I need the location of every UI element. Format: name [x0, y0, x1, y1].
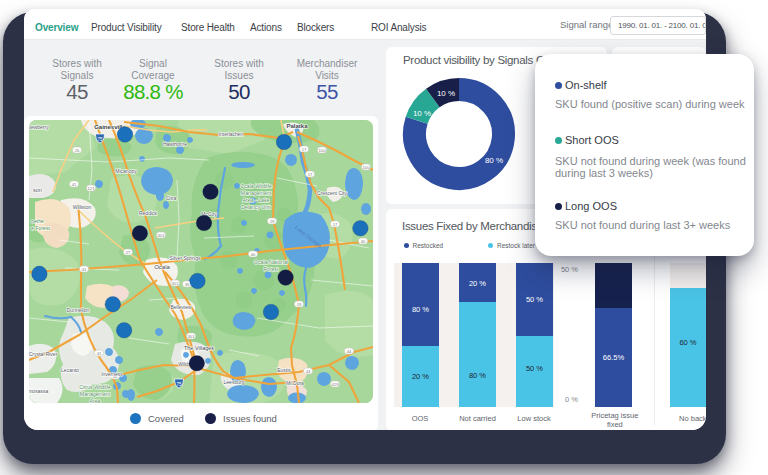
svg-text:Williston: Williston — [73, 204, 92, 210]
svg-text:75: 75 — [97, 137, 103, 142]
svg-text:Dunnellon: Dunnellon — [67, 307, 90, 313]
svg-text:Ocala National: Ocala National — [254, 259, 288, 265]
svg-text:41: 41 — [72, 182, 77, 187]
svg-text:121: 121 — [88, 186, 96, 191]
svg-text:Ocala Wildlife: Ocala Wildlife — [240, 183, 272, 189]
svg-text:40: 40 — [361, 239, 366, 244]
svg-text:429: 429 — [332, 382, 340, 387]
svg-text:17: 17 — [302, 147, 307, 152]
svg-text:17: 17 — [308, 172, 313, 177]
svg-text:Belleview: Belleview — [170, 304, 192, 310]
svg-text:Crystal River: Crystal River — [29, 351, 58, 357]
svg-text:Reddick: Reddick — [139, 210, 158, 216]
svg-text:35: 35 — [185, 282, 190, 287]
svg-text:Hawthorne: Hawthorne — [163, 141, 187, 147]
svg-text:75: 75 — [176, 382, 182, 387]
svg-text:Eustis: Eustis — [277, 367, 291, 373]
svg-text:10 %: 10 % — [437, 89, 455, 98]
svg-text:Lecanto: Lecanto — [61, 367, 79, 373]
svg-text:Inverness: Inverness — [101, 371, 123, 377]
svg-text:301: 301 — [172, 281, 180, 286]
svg-text:Newberry: Newberry — [29, 124, 49, 130]
svg-text:100: 100 — [363, 165, 371, 170]
svg-text:son: son — [33, 187, 42, 193]
svg-text:Palatka: Palatka — [286, 123, 308, 129]
svg-text:17: 17 — [333, 222, 338, 227]
svg-text:e Forest: e Forest — [31, 225, 51, 231]
svg-text:10 %: 10 % — [413, 109, 431, 118]
svg-text:Homosassa: Homosassa — [29, 388, 48, 394]
svg-text:Area - Lake: Area - Lake — [243, 197, 270, 203]
svg-text:301: 301 — [188, 334, 196, 339]
svg-text:19: 19 — [297, 302, 302, 307]
svg-text:26: 26 — [75, 148, 80, 153]
svg-text:80 %: 80 % — [485, 156, 503, 165]
svg-text:Mt Dora: Mt Dora — [286, 380, 304, 386]
svg-text:The Villages: The Villages — [184, 345, 214, 351]
svg-text:Management: Management — [241, 190, 272, 196]
svg-text:44: 44 — [306, 369, 311, 374]
svg-text:Citrus Wildlife: Citrus Wildlife — [79, 384, 111, 390]
svg-text:41: 41 — [82, 267, 87, 272]
svg-text:301: 301 — [158, 233, 166, 238]
svg-text:Management: Management — [80, 391, 111, 397]
svg-text:Interlachen: Interlachen — [219, 131, 244, 137]
svg-text:100: 100 — [319, 148, 327, 153]
svg-text:Crescent City: Crescent City — [317, 190, 348, 196]
svg-text:Silver Springs: Silver Springs — [170, 255, 201, 261]
svg-text:41: 41 — [97, 351, 102, 356]
svg-text:Area: Area — [90, 398, 101, 403]
svg-text:Leesburg: Leesburg — [224, 379, 245, 385]
svg-text:44: 44 — [347, 349, 352, 354]
svg-text:27: 27 — [126, 250, 131, 255]
svg-text:Forest: Forest — [264, 266, 279, 272]
svg-text:40: 40 — [251, 252, 256, 257]
svg-text:Citra: Citra — [166, 195, 177, 201]
svg-text:Ocala: Ocala — [154, 264, 170, 270]
svg-text:19: 19 — [270, 219, 275, 224]
svg-text:Delancy Unit: Delancy Unit — [241, 204, 271, 210]
svg-text:oethe: oethe — [31, 218, 44, 224]
svg-text:Micanopy: Micanopy — [115, 168, 137, 174]
